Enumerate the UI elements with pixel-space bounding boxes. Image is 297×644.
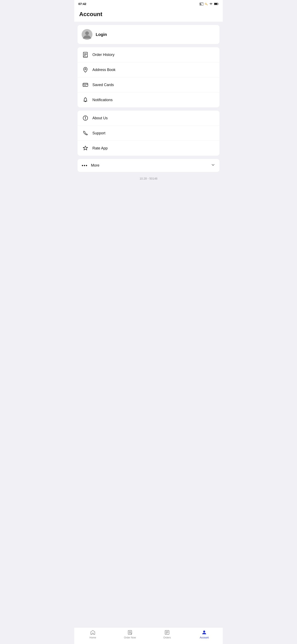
- page-header: Account: [74, 8, 223, 22]
- nav-home-label: Home: [89, 636, 96, 639]
- more-label: More: [91, 163, 99, 168]
- card-icon: [82, 81, 89, 88]
- support-item[interactable]: Support: [77, 126, 220, 140]
- menu-group-2: About Us Support Rate App: [77, 111, 220, 156]
- order-history-item[interactable]: Order History: [77, 47, 220, 62]
- login-label: Login: [96, 32, 107, 37]
- account-svg: [202, 630, 207, 635]
- avatar: [82, 29, 92, 40]
- receipt-icon: [82, 51, 89, 58]
- svg-marker-20: [83, 146, 88, 150]
- nav-account-label: Account: [200, 636, 209, 639]
- saved-cards-label: Saved Cards: [92, 83, 114, 87]
- info-icon: [82, 114, 89, 122]
- content-area: Login Order History: [74, 22, 223, 204]
- address-book-item[interactable]: Address Book: [77, 62, 220, 77]
- account-icon: [201, 630, 207, 635]
- saved-cards-item[interactable]: Saved Cards: [77, 77, 220, 92]
- support-label: Support: [92, 131, 105, 136]
- about-us-label: About Us: [92, 116, 108, 120]
- rate-app-label: Rate App: [92, 146, 108, 150]
- page-title: Account: [79, 11, 218, 18]
- more-card: ••• More: [77, 159, 220, 172]
- version-text: 10.28 - 50146: [77, 175, 220, 184]
- home-icon: [90, 630, 96, 635]
- more-row[interactable]: ••• More: [77, 159, 220, 172]
- status-icons: [200, 2, 219, 5]
- location-icon: [82, 66, 89, 74]
- svg-point-29: [203, 630, 205, 632]
- nav-orders[interactable]: Orders: [148, 630, 186, 639]
- address-book-label: Address Book: [92, 68, 115, 72]
- svg-point-19: [85, 117, 86, 117]
- svg-point-11: [85, 68, 86, 70]
- svg-rect-12: [83, 83, 88, 86]
- battery-icon: [214, 2, 219, 5]
- menu-group-1: Order History Address Book: [77, 47, 220, 107]
- avatar-icon: [82, 29, 92, 40]
- phone-icon: [82, 130, 89, 137]
- key-icon: [205, 2, 208, 5]
- nav-orders-label: Orders: [163, 636, 171, 639]
- nav-order-now[interactable]: Order Now: [111, 630, 148, 639]
- nav-home[interactable]: Home: [74, 630, 111, 639]
- order-now-icon: [127, 630, 133, 635]
- more-dots-icon: •••: [82, 163, 88, 168]
- cast-icon: [200, 2, 203, 5]
- status-bar: 07:42: [74, 0, 223, 8]
- about-us-item[interactable]: About Us: [77, 111, 220, 126]
- nav-account[interactable]: Account: [186, 630, 223, 639]
- more-left: ••• More: [82, 163, 99, 168]
- login-card: Login: [77, 25, 220, 44]
- order-history-label: Order History: [92, 53, 114, 57]
- notifications-item[interactable]: Notifications: [77, 92, 220, 107]
- svg-rect-4: [214, 3, 217, 4]
- bell-icon: [82, 96, 89, 104]
- login-row[interactable]: Login: [77, 25, 220, 44]
- wifi-icon: [209, 2, 213, 5]
- bottom-nav: Home Order Now Orders: [74, 627, 223, 644]
- nav-order-now-label: Order Now: [124, 636, 136, 639]
- svg-point-6: [85, 31, 89, 35]
- chevron-down-icon: [211, 163, 215, 168]
- notifications-label: Notifications: [92, 98, 113, 102]
- rate-app-item[interactable]: Rate App: [77, 140, 220, 156]
- orders-icon: [164, 630, 170, 635]
- star-icon: [82, 144, 89, 152]
- status-time: 07:42: [78, 2, 86, 6]
